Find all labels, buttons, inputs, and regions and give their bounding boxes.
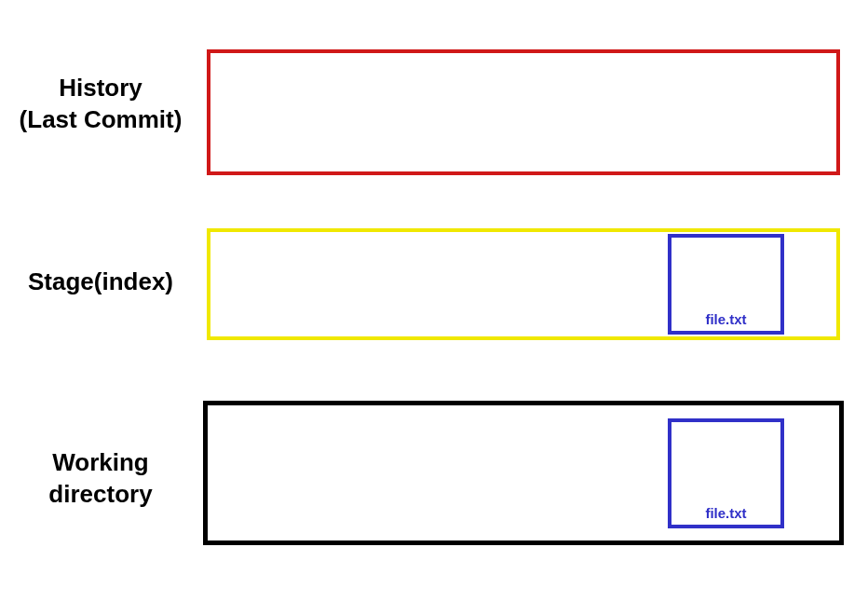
history-box bbox=[207, 49, 840, 175]
stage-label-text: Stage(index) bbox=[7, 267, 194, 298]
working-label-line2: directory bbox=[17, 479, 184, 511]
working-file-label: file.txt bbox=[705, 505, 746, 521]
stage-file-box: file.txt bbox=[668, 234, 784, 335]
stage-file-label: file.txt bbox=[705, 311, 746, 327]
stage-label: Stage(index) bbox=[7, 267, 194, 298]
history-label: History (Last Commit) bbox=[7, 73, 194, 136]
working-directory-label: Working directory bbox=[17, 447, 184, 511]
history-label-line1: History bbox=[7, 73, 194, 104]
working-file-box: file.txt bbox=[668, 418, 784, 528]
history-label-line2: (Last Commit) bbox=[7, 104, 194, 136]
working-label-line1: Working bbox=[17, 447, 184, 479]
